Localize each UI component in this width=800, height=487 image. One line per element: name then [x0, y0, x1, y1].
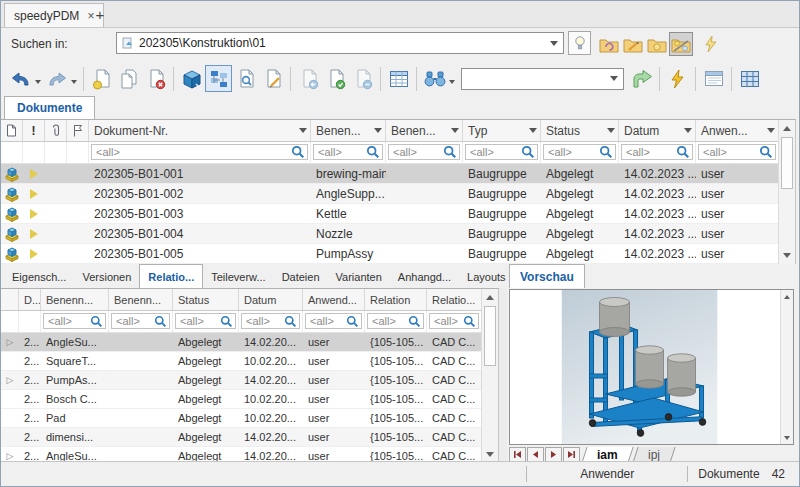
filter-relation[interactable]: <all> — [367, 313, 424, 329]
scroll-down-icon[interactable] — [779, 248, 795, 264]
column-benennung1[interactable]: Benenn... — [41, 289, 109, 310]
bulb-button[interactable] — [568, 31, 591, 55]
tab-anhangdokumente[interactable]: Anhangd... — [390, 266, 459, 288]
attachment-column[interactable] — [45, 120, 67, 141]
preview-scrollbar[interactable] — [780, 290, 793, 444]
scroll-up-icon[interactable] — [779, 120, 795, 136]
undo-checkout-button[interactable] — [349, 65, 376, 92]
tab-eigenschaften[interactable]: Eigensch... — [4, 266, 74, 288]
scroll-up-icon[interactable] — [781, 290, 793, 303]
search-flash-button[interactable] — [699, 32, 723, 56]
expand-triangle-icon[interactable]: ▷ — [7, 371, 14, 390]
table-row[interactable]: 2... Bosch C... Abgelegt 10.02.20... use… — [1, 390, 481, 409]
go-button[interactable] — [628, 65, 655, 92]
undo-button[interactable] — [7, 65, 34, 92]
filter-dokument-nr[interactable]: <all> — [91, 144, 308, 160]
quicksearch-combobox[interactable] — [461, 68, 624, 90]
table-row[interactable]: 2... SquareT... Abgelegt 10.02.20... use… — [1, 352, 481, 371]
table-row[interactable]: 2... dimensi... Abgelegt 14.02.20... use… — [1, 428, 481, 447]
folder-history-button[interactable] — [597, 32, 621, 56]
tab-dateien[interactable]: Dateien — [274, 266, 328, 288]
tab-vorschau[interactable]: Vorschau — [509, 264, 585, 288]
checkout-document-button[interactable] — [295, 65, 322, 92]
edit-document-button[interactable] — [259, 65, 286, 92]
next-page-button[interactable] — [545, 447, 562, 462]
checkin-document-button[interactable] — [322, 65, 349, 92]
cad-model-button[interactable] — [178, 65, 205, 92]
column-dokument-nr[interactable]: Dokument-Nr. — [89, 120, 311, 141]
column-relation2[interactable]: Relatio... — [427, 289, 481, 310]
folder-edit-button[interactable] — [621, 32, 645, 56]
filter-benennung2[interactable]: <all> — [388, 144, 460, 160]
chevron-down-icon[interactable] — [605, 69, 623, 89]
table-row[interactable]: 2... Pad Abgelegt 10.02.20... user {105-… — [1, 409, 481, 428]
prev-page-button[interactable] — [527, 447, 544, 462]
table-row[interactable]: 202305-B01-003 Kettle Baugruppe Abgelegt… — [1, 204, 778, 224]
find-button[interactable] — [421, 65, 448, 92]
column-anwender[interactable]: Anwen... — [696, 120, 778, 141]
window-button[interactable] — [700, 65, 727, 92]
column-status[interactable]: Status — [541, 120, 619, 141]
table-row[interactable]: 202305-B01-001 brewing-main Baugruppe Ab… — [1, 164, 778, 184]
expand-triangle-icon[interactable]: ▷ — [7, 333, 14, 352]
new-tab-button[interactable]: + — [89, 4, 111, 25]
tab-versionen[interactable]: Versionen — [74, 266, 139, 288]
tab-relationen[interactable]: Relatio... — [139, 264, 203, 288]
filter-relation2[interactable]: <all> — [429, 313, 479, 329]
filter-datum[interactable]: <all> — [621, 144, 693, 160]
table-button[interactable] — [385, 65, 412, 92]
column-anwender[interactable]: Anwend... — [303, 289, 365, 310]
new-document-button[interactable] — [88, 65, 115, 92]
search-path-combobox[interactable]: 202305\Konstruktion\01 — [116, 32, 564, 54]
last-page-button[interactable] — [563, 447, 580, 462]
chevron-down-icon[interactable] — [545, 33, 563, 53]
table-row[interactable]: 202305-B01-005 PumpAssy Baugruppe Abgele… — [1, 244, 778, 264]
tab-dokumente[interactable]: Dokumente — [4, 96, 95, 119]
documents-table-scrollbar[interactable] — [778, 120, 795, 264]
flash-button[interactable] — [664, 65, 691, 92]
column-datum[interactable]: Datum — [239, 289, 303, 310]
column-benennung2[interactable]: Benen... — [386, 120, 463, 141]
redo-dropdown-icon[interactable] — [71, 80, 77, 87]
tab-layouts[interactable]: Layouts — [459, 266, 514, 288]
find-dropdown-icon[interactable] — [449, 80, 455, 87]
scroll-up-icon[interactable] — [482, 289, 498, 305]
grid-button[interactable] — [736, 65, 763, 92]
filter-typ[interactable]: <all> — [465, 144, 538, 160]
column-relation[interactable]: Relation — [365, 289, 427, 310]
redo-button[interactable] — [43, 65, 70, 92]
preview-document-button[interactable] — [232, 65, 259, 92]
column-datum[interactable]: Datum — [619, 120, 696, 141]
filter-benennung1[interactable]: <all> — [43, 313, 106, 329]
structure-view-button[interactable] — [205, 65, 232, 92]
relations-table-scrollbar[interactable] — [481, 289, 498, 463]
delete-document-button[interactable] — [142, 65, 169, 92]
first-page-button[interactable] — [509, 447, 526, 462]
scroll-down-icon[interactable] — [781, 431, 793, 444]
tab-varianten[interactable]: Varianten — [328, 266, 390, 288]
filter-benennung1[interactable]: <all> — [313, 144, 383, 160]
filter-anwender[interactable]: <all> — [305, 313, 362, 329]
scrollbar-thumb[interactable] — [484, 306, 496, 366]
filter-anwender[interactable]: <all> — [698, 144, 776, 160]
pane-splitter[interactable] — [499, 288, 507, 463]
column-dokument[interactable]: D... — [19, 289, 41, 310]
folder-lamp-button[interactable] — [669, 32, 693, 56]
folder-search-button[interactable] — [645, 32, 669, 56]
table-row[interactable]: 202305-B01-004 Nozzle Baugruppe Abgelegt… — [1, 224, 778, 244]
document-type-column[interactable] — [1, 120, 23, 141]
filter-benennung2[interactable]: <all> — [111, 313, 170, 329]
copy-document-button[interactable] — [115, 65, 142, 92]
table-row[interactable]: ▷ 2... PumpAs... Abgelegt 14.02.20... us… — [1, 371, 481, 390]
flag-column[interactable] — [67, 120, 89, 141]
filter-status[interactable]: <all> — [543, 144, 616, 160]
tab-teileverwendung[interactable]: Teileverw... — [203, 266, 273, 288]
undo-dropdown-icon[interactable] — [35, 80, 41, 87]
scrollbar-thumb[interactable] — [781, 137, 793, 189]
column-benennung2[interactable]: Benenn... — [109, 289, 173, 310]
column-typ[interactable]: Typ — [463, 120, 541, 141]
filter-status[interactable]: <all> — [175, 313, 236, 329]
table-row[interactable]: ▷ 2... AngleSu... Abgelegt 14.02.20... u… — [1, 333, 481, 352]
column-benennung1[interactable]: Benen... — [311, 120, 386, 141]
priority-column[interactable]: ! — [23, 120, 45, 141]
